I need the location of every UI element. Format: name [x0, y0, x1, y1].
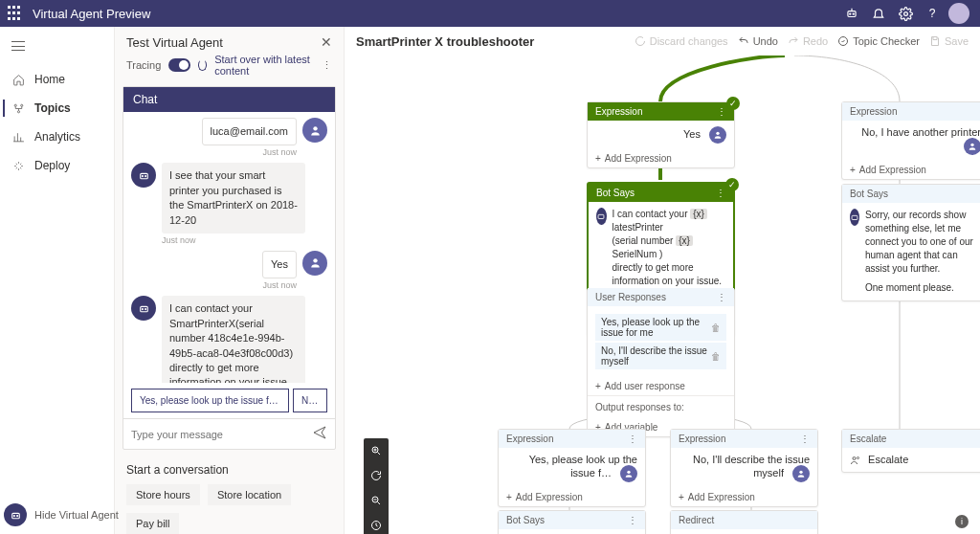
more-icon[interactable]: ⋮ — [800, 434, 810, 444]
user-avatar-icon — [302, 118, 327, 143]
starter-chip[interactable]: Store location — [208, 484, 291, 505]
nav-label: Analytics — [34, 130, 80, 144]
settings-icon[interactable] — [892, 0, 919, 27]
escalate-icon — [850, 455, 861, 466]
nav-topics[interactable]: Topics — [0, 94, 114, 122]
check-icon: ✓ — [726, 97, 740, 110]
bot-icon[interactable] — [838, 0, 865, 27]
nav-label: Deploy — [34, 159, 70, 172]
more-icon[interactable]: ⋮ — [716, 188, 725, 198]
add-expression-button[interactable]: Add Expression — [671, 488, 817, 506]
svg-rect-21 — [598, 214, 604, 218]
analytics-icon — [11, 130, 25, 144]
node-bot-says-contacting[interactable]: Bot Says⋮ Ok, I am contacting the printe… — [498, 510, 646, 534]
node-escalate[interactable]: Escalate Escalate — [841, 429, 980, 473]
svg-point-26 — [858, 457, 859, 459]
hide-agent-button[interactable]: Hide Virtual Agent — [4, 503, 119, 526]
svg-rect-22 — [852, 215, 858, 219]
nav-label: Topics — [34, 101, 71, 115]
svg-point-10 — [145, 175, 145, 176]
svg-point-5 — [20, 104, 22, 106]
chat-input-row — [123, 418, 335, 449]
node-expression-no[interactable]: Expression No, I have another printer Ad… — [841, 101, 980, 180]
node-header: Bot Says — [506, 515, 545, 525]
add-user-response-button[interactable]: Add user response — [588, 377, 734, 395]
send-icon[interactable] — [312, 425, 327, 443]
starter-chip[interactable]: Pay bill — [126, 513, 179, 534]
svg-point-6 — [17, 110, 19, 112]
node-header: Escalate — [850, 434, 886, 444]
test-panel-title: Test Virtual Agent — [126, 35, 321, 50]
user-avatar-icon — [302, 251, 327, 276]
svg-point-2 — [853, 13, 854, 14]
message-bubble: I can contact your SmartPrinterX(serial … — [162, 296, 305, 383]
bot-avatar-icon — [131, 296, 156, 321]
svg-point-4 — [14, 104, 16, 106]
topic-checker-button[interactable]: Topic Checker — [837, 35, 920, 47]
svg-point-7 — [313, 126, 317, 130]
node-expression-yes[interactable]: ✓ Expression⋮ Yes Add Expression — [587, 101, 735, 168]
add-expression-button[interactable]: Add Expression — [588, 149, 734, 167]
authoring-canvas[interactable]: ✓ Expression⋮ Yes Add Expression Express… — [345, 56, 980, 534]
delete-icon[interactable]: 🗑 — [711, 323, 721, 333]
svg-point-13 — [142, 308, 143, 309]
node-bot-says-sorry[interactable]: Bot Says Sorry, our records show somethi… — [841, 184, 980, 301]
suggested-reply-button[interactable]: Yes, please look up the issue for me — [131, 389, 289, 412]
chat-input[interactable] — [131, 429, 306, 440]
user-icon — [964, 138, 980, 155]
save-button[interactable]: Save — [929, 35, 969, 47]
undo-button[interactable]: Undo — [738, 35, 778, 47]
home-icon — [11, 73, 25, 86]
add-expression-button[interactable]: Add Expression — [499, 488, 645, 506]
delete-icon[interactable]: 🗑 — [711, 351, 721, 362]
help-icon[interactable]: ? — [919, 0, 946, 27]
add-expression-button[interactable]: Add Expression — [842, 161, 980, 179]
node-expression-lookup[interactable]: Expression⋮ Yes, please look up the issu… — [498, 429, 646, 507]
more-icon[interactable]: ⋮ — [628, 515, 637, 525]
node-expression-describe[interactable]: Expression⋮ No, I'll describe the issue … — [670, 429, 818, 507]
user-avatar[interactable] — [946, 0, 972, 27]
chat-message-bot: I can contact your SmartPrinterX(serial … — [131, 296, 327, 383]
suggested-reply-button[interactable]: No, I — [293, 389, 327, 412]
user-response-item[interactable]: Yes, please look up the issue for me🗑 — [595, 314, 726, 341]
more-icon[interactable]: ⋮ — [628, 434, 637, 444]
nav-home[interactable]: Home — [0, 65, 114, 94]
fit-button[interactable] — [364, 513, 389, 534]
user-response-item[interactable]: No, I'll describe the issue myself🗑 — [595, 343, 726, 369]
more-icon[interactable]: ⋮ — [717, 106, 726, 117]
svg-point-1 — [850, 13, 851, 14]
bot-avatar-icon — [131, 163, 156, 188]
app-launcher-icon[interactable] — [8, 6, 23, 21]
notifications-icon[interactable] — [865, 0, 892, 27]
canvas-toolbar: SmartPrinter X troubleshooter Discard ch… — [345, 27, 980, 56]
node-redirect[interactable]: Redirect Printer - Printer is not printi… — [670, 510, 818, 534]
message-bubble: luca@email.com — [202, 118, 297, 145]
discard-changes-button[interactable]: Discard changes — [635, 35, 728, 47]
hamburger-button[interactable] — [0, 27, 114, 65]
chat-message-user: Yes — [131, 251, 327, 278]
hide-agent-label: Hide Virtual Agent — [34, 509, 119, 521]
user-icon — [709, 126, 726, 144]
user-icon — [792, 465, 810, 482]
svg-point-14 — [145, 308, 145, 309]
node-header: Expression — [595, 106, 642, 117]
starter-chip[interactable]: Store hours — [126, 484, 200, 505]
more-icon[interactable]: ⋮ — [322, 59, 332, 72]
topic-title: SmartPrinter X troubleshooter — [356, 34, 534, 49]
zoom-reset-button[interactable] — [364, 463, 389, 488]
nav-analytics[interactable]: Analytics — [0, 122, 114, 151]
svg-point-24 — [799, 471, 802, 474]
nav-deploy[interactable]: Deploy — [0, 151, 114, 180]
tracing-toggle[interactable] — [168, 58, 189, 72]
node-user-responses[interactable]: User Responses⋮ Yes, please look up the … — [587, 288, 735, 437]
info-icon[interactable]: i — [955, 515, 969, 528]
zoom-out-button[interactable] — [364, 488, 389, 513]
close-icon[interactable]: ✕ — [321, 34, 332, 50]
refresh-icon[interactable] — [198, 59, 207, 71]
start-over-label[interactable]: Start over with latest content — [214, 54, 314, 77]
node-text: Escalate — [868, 454, 908, 465]
zoom-in-button[interactable] — [364, 438, 389, 463]
redo-button[interactable]: Redo — [788, 35, 828, 47]
test-panel: Test Virtual Agent ✕ Tracing Start over … — [115, 27, 345, 534]
more-icon[interactable]: ⋮ — [717, 292, 726, 302]
